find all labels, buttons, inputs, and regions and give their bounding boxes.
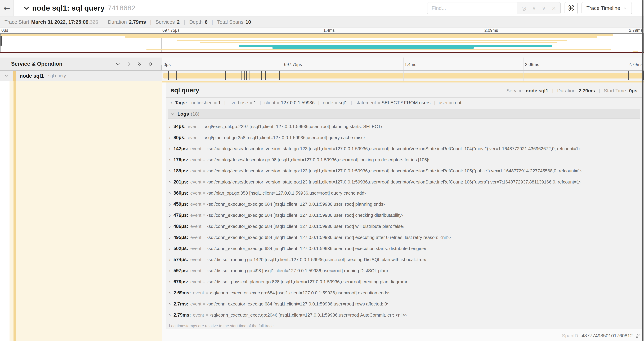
tag-item: statement=SELECT * FROM users [356, 100, 430, 105]
log-message: ‹sql/conn_executor_exec.go:684 [nsql1,cl… [207, 224, 404, 229]
log-expand-chevron-icon[interactable]: › [169, 168, 171, 173]
tags-expand-chevron-icon[interactable]: › [171, 100, 172, 106]
log-expand-chevron-icon[interactable]: › [169, 179, 171, 185]
log-message: ‹sql/conn_executor_exec.go:684 [nsql1,cl… [207, 246, 426, 251]
log-expand-chevron-icon[interactable]: › [169, 235, 171, 240]
logs-label: Logs [178, 111, 189, 117]
log-row[interactable]: ›459μs:event=‹sql/conn_executor_exec.go:… [166, 199, 642, 210]
locate-icon[interactable]: ◎ [518, 5, 529, 11]
double-chevron-right-icon[interactable] [148, 61, 153, 67]
log-row[interactable]: ›80μs:event=‹sql/plan_opt.go:358 [nsql1,… [166, 132, 642, 143]
tag-item: node=sql1 [323, 100, 348, 105]
log-expand-chevron-icon[interactable]: › [169, 157, 171, 162]
log-expand-chevron-icon[interactable]: › [169, 279, 171, 284]
page-title: node sql1: sql query [32, 4, 104, 12]
back-button[interactable]: ← [0, 0, 14, 16]
column-resizer[interactable] [159, 65, 162, 70]
log-row[interactable]: ›495μs:event=‹sql/conn_executor_exec.go:… [166, 232, 642, 243]
log-timestamp: 597μs: [174, 268, 188, 273]
log-tick-mark [195, 71, 195, 80]
logs-collapse-chevron-down-icon[interactable] [171, 112, 175, 116]
log-timestamp: 574μs: [174, 257, 188, 262]
row-service-name: node sql1 [20, 73, 44, 79]
log-message: ‹sql/plan_opt.go:358 [nsql1,client=127.0… [207, 190, 366, 196]
summary-item: Total Spans10 [217, 19, 251, 25]
log-tick-mark [279, 71, 280, 80]
view-selector-button[interactable]: Trace Timeline [582, 2, 632, 14]
log-expand-chevron-icon[interactable]: › [169, 224, 171, 229]
log-row[interactable]: ›142μs:event=‹sql/catalog/lease/descript… [166, 143, 642, 154]
expand-one-chevron-right-icon[interactable] [126, 61, 132, 67]
log-timestamp: 476μs: [174, 213, 188, 218]
next-result-chevron-down-icon[interactable]: ∨ [539, 5, 549, 11]
timeline-gridline [403, 71, 404, 81]
log-row[interactable]: ›486μs:event=‹sql/conn_executor_exec.go:… [166, 221, 642, 232]
log-expand-chevron-icon[interactable]: › [169, 301, 171, 306]
keyboard-shortcuts-button[interactable]: ⌘ [564, 2, 578, 14]
minimap[interactable] [0, 33, 644, 53]
log-expand-chevron-icon[interactable]: › [169, 146, 171, 151]
log-row[interactable]: ›2.79ms:event=‹sql/conn_executor_exec.go… [166, 309, 642, 320]
log-row[interactable]: ›2.69ms:event=‹sql/conn_executor_exec.go… [166, 287, 642, 298]
log-row[interactable]: ›678μs:event=‹sql/distsql_physical_plann… [166, 276, 642, 287]
log-row[interactable]: ›201μs:event=‹sql/catalog/lease/descript… [166, 176, 642, 187]
log-row[interactable]: ›2.7ms:event=‹sql/conn_executor_exec.go:… [166, 298, 642, 309]
log-expand-chevron-icon[interactable]: › [169, 290, 171, 295]
prev-result-chevron-up-icon[interactable]: ∧ [529, 5, 539, 11]
ruler-tick-label: 2.09ms [525, 62, 539, 67]
row-chevron-down-icon[interactable] [4, 74, 8, 78]
separator: | [552, 88, 553, 94]
timeline-gridline [403, 58, 404, 70]
timeline-gridline [283, 58, 283, 70]
find-input[interactable] [428, 3, 517, 14]
log-row[interactable]: ›502μs:event=‹sql/conn_executor_exec.go:… [166, 243, 642, 254]
log-row[interactable]: ›189μs:event=‹sql/catalog/lease/descript… [166, 165, 642, 176]
scrollbar[interactable] [642, 0, 644, 341]
log-expand-chevron-icon[interactable]: › [169, 246, 171, 251]
summary-label: Depth [189, 19, 202, 25]
tag-equals: = [250, 101, 252, 105]
logs-section-header[interactable]: Logs (18) [168, 109, 640, 119]
log-row[interactable]: ›574μs:event=‹sql/distsql_running.go:142… [166, 254, 642, 265]
duration-label: Duration: [557, 88, 577, 94]
log-expand-chevron-icon[interactable]: › [169, 190, 171, 196]
log-row[interactable]: ›176μs:event=‹sql/catalog/descs/descript… [166, 154, 642, 165]
tags-label: Tags: [175, 100, 187, 106]
command-icon: ⌘ [568, 4, 574, 12]
summary-label: Services [156, 19, 175, 25]
double-chevron-down-icon[interactable] [137, 61, 142, 67]
tags-row[interactable]: › Tags: _unfinished=1|_verbose=1|client=… [166, 98, 642, 108]
separator: | [260, 100, 261, 105]
collapse-all-chevron-down-icon[interactable] [115, 61, 120, 67]
summary-value: 10 [246, 19, 251, 25]
log-expand-chevron-icon[interactable]: › [169, 312, 171, 318]
clear-search-icon[interactable]: × [548, 5, 559, 11]
separator: | [224, 100, 226, 105]
header: ← node sql1: sql query 7418682 ◎∧∨× ⌘ Tr… [0, 0, 644, 17]
separator: | [212, 19, 213, 25]
log-field-name: event [190, 157, 202, 163]
log-expand-chevron-icon[interactable]: › [169, 268, 171, 273]
log-expand-chevron-icon[interactable]: › [169, 201, 171, 207]
log-field-name: event [190, 246, 202, 251]
span-color-strip [13, 71, 16, 81]
log-expand-chevron-icon[interactable]: › [169, 135, 171, 140]
copy-link-icon[interactable] [635, 333, 640, 339]
log-expand-chevron-icon[interactable]: › [169, 257, 171, 262]
tag-value: root [453, 100, 461, 105]
log-timestamp: 502μs: [174, 246, 188, 251]
log-row[interactable]: ›366μs:event=‹sql/plan_opt.go:358 [nsql1… [166, 187, 642, 199]
minimap-tick-label: 2.09ms [484, 28, 498, 33]
log-row[interactable]: ›597μs:event=‹sql/distsql_running.go:498… [166, 265, 642, 276]
log-timestamp: 486μs: [174, 224, 188, 229]
collapse-trace-chevron-icon[interactable] [23, 5, 30, 12]
log-row[interactable]: ›34μs:event=‹sql/exec_util.go:2297 [nsql… [166, 121, 642, 132]
log-expand-chevron-icon[interactable]: › [169, 124, 171, 129]
log-expand-chevron-icon[interactable]: › [169, 213, 171, 218]
span-row-label[interactable]: node sql1 sql query [0, 71, 162, 81]
tag-key: _unfinished [189, 100, 212, 105]
tag-equals: = [378, 101, 380, 105]
log-tick-mark [248, 71, 248, 80]
log-row[interactable]: ›476μs:event=‹sql/conn_executor_exec.go:… [166, 210, 642, 221]
span-row-timeline[interactable] [162, 71, 644, 81]
